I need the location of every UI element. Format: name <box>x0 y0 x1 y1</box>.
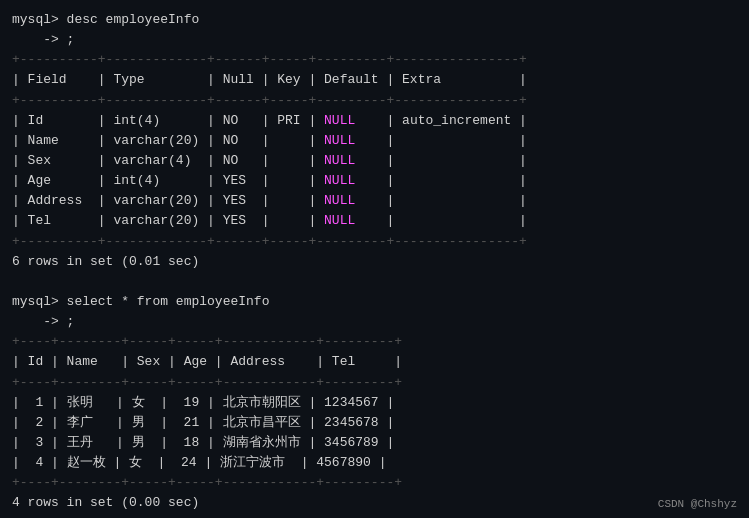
line-2: -> ; <box>12 30 737 50</box>
data-row-1: | 1 | 张明 | 女 | 19 | 北京市朝阳区 | 1234567 | <box>12 393 737 413</box>
header-row: | Field | Type | Null | Key | Default | … <box>12 70 737 90</box>
sep-4: +----+--------+-----+-----+------------+… <box>12 332 737 352</box>
sep-1: +----------+-------------+------+-----+-… <box>12 50 737 70</box>
data-row-2: | 2 | 李广 | 男 | 21 | 北京市昌平区 | 2345678 | <box>12 413 737 433</box>
sep-3: +----------+-------------+------+-----+-… <box>12 232 737 252</box>
line-1: mysql> desc employeeInfo <box>12 10 737 30</box>
row-age: | Age | int(4) | YES | | NULL | | <box>12 171 737 191</box>
row-tel: | Tel | varchar(20) | YES | | NULL | | <box>12 211 737 231</box>
header-row-2: | Id | Name | Sex | Age | Address | Tel … <box>12 352 737 372</box>
data-row-3: | 3 | 王丹 | 男 | 18 | 湖南省永州市 | 3456789 | <box>12 433 737 453</box>
row-name: | Name | varchar(20) | NO | | NULL | | <box>12 131 737 151</box>
line-select-end: -> ; <box>12 312 737 332</box>
sep-5: +----+--------+-----+-----+------------+… <box>12 373 737 393</box>
terminal: mysql> desc employeeInfo -> ; +---------… <box>12 10 737 514</box>
line-select: mysql> select * from employeeInfo <box>12 292 737 312</box>
row-sex: | Sex | varchar(4) | NO | | NULL | | <box>12 151 737 171</box>
blank-1 <box>12 272 737 292</box>
sep-6: +----+--------+-----+-----+------------+… <box>12 473 737 493</box>
sep-2: +----------+-------------+------+-----+-… <box>12 91 737 111</box>
rows-info-1: 6 rows in set (0.01 sec) <box>12 252 737 272</box>
rows-info-2: 4 rows in set (0.00 sec) <box>12 493 737 513</box>
data-row-4: | 4 | 赵一枚 | 女 | 24 | 浙江宁波市 | 4567890 | <box>12 453 737 473</box>
row-address: | Address | varchar(20) | YES | | NULL |… <box>12 191 737 211</box>
watermark: CSDN @Chshyz <box>658 498 737 510</box>
row-id: | Id | int(4) | NO | PRI | NULL | auto_i… <box>12 111 737 131</box>
